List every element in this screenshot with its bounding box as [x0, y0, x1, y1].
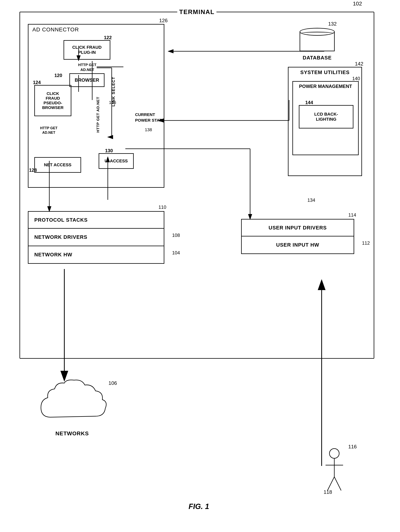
- ad-connector-label: AD CONNECTOR: [32, 26, 79, 33]
- network-hw-box: NETWORK HW: [28, 246, 164, 264]
- sys-utilities-label: SYSTEM UTILITIES: [300, 70, 350, 76]
- fig-label: FIG. 1: [189, 502, 209, 511]
- ref-140: 140: [352, 76, 360, 81]
- ref-144: 144: [305, 100, 313, 105]
- lcd-box: 144 LCD BACK-LIGHTING: [299, 105, 353, 128]
- user-input-section: 114 USER INPUT DRIVERS 112 USER INPUT HW: [241, 219, 354, 254]
- ad-connector-box: AD CONNECTOR 126 122 CLICK FRAUDPLUG-IN …: [28, 24, 164, 188]
- ui-access-label: UI ACCESS: [105, 158, 128, 164]
- terminal-box: TERMINAL 102 AD CONNECTOR 126 122 CLICK …: [19, 12, 374, 359]
- networks-group: 106 NETWORKS: [35, 378, 109, 437]
- protocol-section: 110 PROTOCOL STACKS 108 NETWORK DRIVERS …: [28, 211, 164, 264]
- http-get-label-3: HTTP GETAD.NET: [40, 126, 57, 135]
- cylinder: [300, 28, 335, 53]
- ref-116: 116: [348, 444, 357, 450]
- cf-pseudo-browser-box: 124 CLICKFRAUDPSEUDO-BROWSER: [34, 85, 71, 116]
- protocol-stacks-label: PROTOCOL STACKS: [34, 217, 88, 223]
- person-svg: [322, 448, 347, 494]
- database-label: DATABASE: [300, 55, 335, 61]
- protocol-stacks-box: PROTOCOL STACKS: [28, 211, 164, 229]
- lcd-label: LCD BACK-LIGHTING: [314, 112, 338, 122]
- ui-access-box: 130 UI ACCESS: [99, 153, 134, 169]
- browser-label: BROWSER: [75, 77, 99, 83]
- ref-120: 120: [54, 73, 62, 78]
- svg-line-25: [334, 477, 341, 490]
- ref-118: 118: [324, 489, 332, 495]
- cf-pseudo-label: CLICKFRAUDPSEUDO-BROWSER: [42, 91, 63, 110]
- ref-124: 124: [33, 80, 41, 85]
- networks-label: NETWORKS: [35, 431, 109, 437]
- user-input-hw-box: USER INPUT HW: [241, 236, 354, 254]
- ref-102: 102: [353, 0, 362, 7]
- current-power-state-label: CURRENTPOWER STATE: [135, 112, 165, 123]
- ref-104: 104: [172, 250, 180, 256]
- cyl-body: [300, 32, 335, 51]
- ref-108: 108: [172, 233, 180, 238]
- http-get-label-2: HTTP GET AD.NET: [96, 97, 100, 133]
- network-drivers-box: NETWORK DRIVERS: [28, 229, 164, 246]
- ref-106: 106: [108, 380, 117, 386]
- ref-110: 110: [159, 204, 166, 210]
- cloud-svg: [35, 378, 109, 429]
- click-fraud-plugin-label: CLICK FRAUDPLUG-IN: [72, 45, 102, 55]
- svg-point-21: [330, 449, 339, 458]
- sys-utilities-box: 142 SYSTEM UTILITIES 140 POWER MANAGEMEN…: [288, 67, 362, 176]
- ref-132: 132: [328, 21, 337, 27]
- terminal-label: TERMINAL: [177, 8, 216, 16]
- net-access-label: NET ACCESS: [44, 162, 71, 167]
- user-input-drivers-box: USER INPUT DRIVERS: [241, 219, 354, 236]
- click-fraud-plugin-box: 122 CLICK FRAUDPLUG-IN: [63, 40, 110, 60]
- person-group: 116 118: [322, 448, 347, 495]
- ref-126: 126: [159, 18, 168, 24]
- ref-122: 122: [104, 35, 112, 40]
- network-hw-label: NETWORK HW: [34, 252, 72, 258]
- ref-128: 128: [29, 167, 37, 173]
- svg-line-24: [328, 477, 334, 490]
- ref-130: 130: [105, 148, 113, 153]
- ref-138: 138: [145, 127, 152, 132]
- power-mgmt-label: POWER MANAGEMENT: [299, 84, 352, 89]
- http-get-label-1: HTTP GETAD.NET: [78, 63, 96, 72]
- ref-142: 142: [355, 61, 363, 67]
- net-access-box: 128 NET ACCESS: [34, 157, 81, 173]
- diagram-container: TERMINAL 102 AD CONNECTOR 126 122 CLICK …: [16, 8, 382, 515]
- ref-112: 112: [362, 240, 370, 246]
- user-input-drivers-label: USER INPUT DRIVERS: [269, 225, 327, 231]
- network-drivers-label: NETWORK DRIVERS: [34, 234, 87, 240]
- user-input-hw-label: USER INPUT HW: [276, 242, 319, 248]
- database-group: 132 DATABASE: [300, 28, 335, 61]
- ref-134: 134: [307, 197, 315, 203]
- ref-136: 136: [109, 100, 116, 105]
- ref-114: 114: [348, 212, 356, 218]
- power-mgmt-box: 140 POWER MANAGEMENT 144 LCD BACK-LIGHTI…: [292, 81, 359, 155]
- browser-box: 120 BROWSER: [70, 73, 104, 87]
